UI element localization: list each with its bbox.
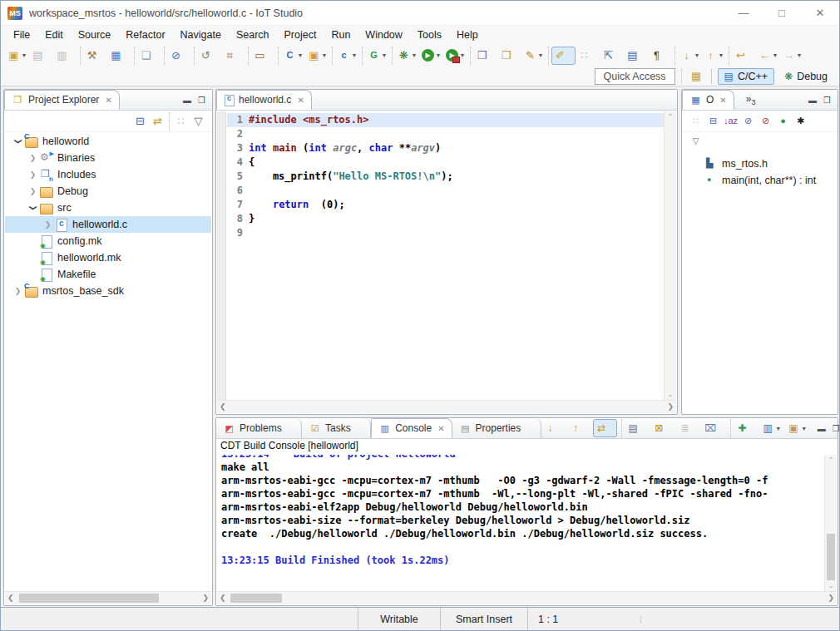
tree-item-helloworld[interactable]: helloworld [5,133,211,150]
menu-run[interactable]: Run [324,27,358,43]
maximize-view-button[interactable]: ❒ [833,424,840,433]
back-button[interactable]: ←▾ [756,47,780,65]
view-menu-button[interactable]: ▽ [190,112,207,131]
scroll-up-icon[interactable]: ⌃ [665,113,676,121]
perspective-debug[interactable]: ❋ Debug [778,68,834,85]
menu-window[interactable]: Window [358,27,409,43]
focus-task-button[interactable]: ∷ [687,112,704,131]
hide-macros-button[interactable]: ✱ [792,112,809,131]
perspective-cpp[interactable]: ▤ C/C++ [718,68,774,85]
download-target-button[interactable]: ⌗▾ [221,47,245,65]
new-c-file-button[interactable]: c▾ [335,47,359,65]
menu-edit[interactable]: Edit [37,27,71,43]
run-button[interactable]: ▶▾ [419,47,443,65]
next-annotation-button[interactable]: ↓▾ [678,47,702,65]
code-editor[interactable]: 1 #include <ms_rtos.h> 2 3 int main (int… [217,111,664,400]
scroll-lock-button[interactable]: ⊠▾ [650,419,674,437]
code-line-1[interactable]: 1 #include <ms_rtos.h> [227,113,664,127]
expander-icon[interactable] [12,137,24,145]
scrollbar-thumb[interactable] [230,594,282,603]
tree-item-makefile[interactable]: Makefile [5,266,211,283]
previous-console-button[interactable]: ↑▾ [567,419,591,437]
skip-all-breakpoints-button[interactable]: ⊘▾ [167,47,191,65]
mark-occurrences-button[interactable]: ✐▾ [551,47,576,65]
external-tools-button[interactable]: ▶▾ [443,47,467,65]
debug-button[interactable]: ❋▾ [395,47,419,65]
minimize-view-button[interactable]: ▬ [183,96,191,105]
view-overflow-button[interactable]: »3 [746,93,756,106]
console-horizontal-scrollbar[interactable]: ❮ ❯ [217,591,837,604]
link-with-editor-button[interactable]: ⇄ [149,112,166,131]
hide-static-button[interactable]: ⊘ [757,112,774,131]
expander-icon[interactable] [12,287,24,295]
hide-non-public-button[interactable]: ● [774,112,792,131]
sort-button[interactable]: ↓az [722,112,739,131]
tab-properties[interactable]: Properties ✕ [452,418,541,438]
code-line-9[interactable]: 9 [227,226,664,240]
code-line-5[interactable]: 5 ms_printf("Hello MS-RTOS!\n"); [227,170,664,184]
pin-console-button[interactable]: ✚▾ [734,419,758,437]
follow-output-button[interactable]: ⇄▾ [593,419,617,437]
code-line-7[interactable]: 7 return (0); [227,198,664,212]
build-all-button[interactable]: ▦▾ [107,47,131,65]
minimize-view-button[interactable]: ▬ [818,424,826,433]
scroll-left-icon[interactable]: ❮ [7,594,14,602]
scroll-right-icon[interactable]: ❯ [202,594,209,602]
collapse-all-button[interactable]: ⊟ [131,112,149,131]
tab-outline[interactable]: O ✕ [682,90,734,110]
code-line-6[interactable]: 6 [227,184,664,198]
open-declaration-button[interactable]: ⇱▾ [600,47,624,65]
new-wizard-button[interactable]: ▣▾ [5,47,29,65]
stacked-save-icon[interactable]: ❏▾ [137,47,161,65]
menu-file[interactable]: File [6,27,37,43]
scroll-down-icon[interactable]: ⌄ [825,582,837,589]
close-icon[interactable]: ✕ [437,424,444,433]
tree-item-debug[interactable]: Debug [5,183,211,200]
tree-item-msrtos-base-sdk[interactable]: msrtos_base_sdk [5,283,211,299]
expander-icon[interactable] [27,170,39,179]
open-perspective-button[interactable]: ▦ [688,67,705,86]
console-vertical-scrollbar[interactable]: ⌃ ⌄ [824,455,837,591]
menu-tools[interactable]: Tools [410,27,449,43]
code-line-2[interactable]: 2 [227,127,664,141]
menu-project[interactable]: Project [277,27,324,43]
menu-help[interactable]: Help [449,27,486,43]
scrollbar-thumb[interactable] [827,534,835,580]
maximize-view-button[interactable]: ❒ [823,96,831,105]
expander-icon[interactable] [27,154,39,162]
save-button[interactable]: ▤▾ [29,47,53,65]
forward-button[interactable]: →▾ [780,47,804,65]
previous-annotation-button[interactable]: ↑▾ [702,47,726,65]
tab-helloworld-c[interactable]: helloworld.c ✕ [216,90,312,110]
menu-source[interactable]: Source [71,27,119,43]
quick-access-field[interactable]: Quick Access [595,68,675,85]
menu-search[interactable]: Search [229,27,277,43]
maximize-window-button[interactable]: □ [763,1,801,25]
new-c-project-button[interactable]: C▾ [281,47,305,65]
tab-console[interactable]: Console ✕ [371,418,452,438]
tree-item-helloworld-c[interactable]: helloworld.c [5,216,211,233]
menu-refactor[interactable]: Refactor [118,27,172,43]
menu-navigate[interactable]: Navigate [173,27,229,43]
scroll-down-icon[interactable]: ⌄ [665,391,676,398]
outline-item-main[interactable]: main(int, char**) : int [704,172,838,189]
minimize-window-button[interactable]: — [724,1,763,25]
target-directory-button[interactable]: ▭▾ [251,47,275,65]
scroll-right-icon[interactable]: ❯ [828,594,834,602]
editor-vertical-scrollbar[interactable]: ⌃ ⌄ [664,111,676,400]
minimize-view-button[interactable]: ▬ [808,96,817,105]
open-file-button[interactable]: ❒▾ [497,47,521,65]
save-all-button[interactable]: ▥▾ [53,47,77,65]
word-wrap-button[interactable]: ≣▾ [676,419,700,437]
explorer-horizontal-scrollbar[interactable]: ❮ ❯ [5,591,211,604]
new-project-button[interactable]: ▣▾ [305,47,329,65]
search-wand-button[interactable]: ✎▾ [521,47,546,65]
console-output[interactable]: 13:23:14 Build of project helloworld mak… [217,455,824,591]
expander-icon[interactable] [27,204,39,212]
reset-target-button[interactable]: ↺▾ [197,47,221,65]
outline-item-ms-rtos-h[interactable]: ms_rtos.h [704,155,838,172]
scroll-up-icon[interactable]: ⌃ [825,456,837,464]
scrollbar-thumb[interactable] [19,594,159,603]
generate-code-button[interactable]: G▾ [365,47,389,65]
code-line-4[interactable]: 4 { [227,155,664,170]
